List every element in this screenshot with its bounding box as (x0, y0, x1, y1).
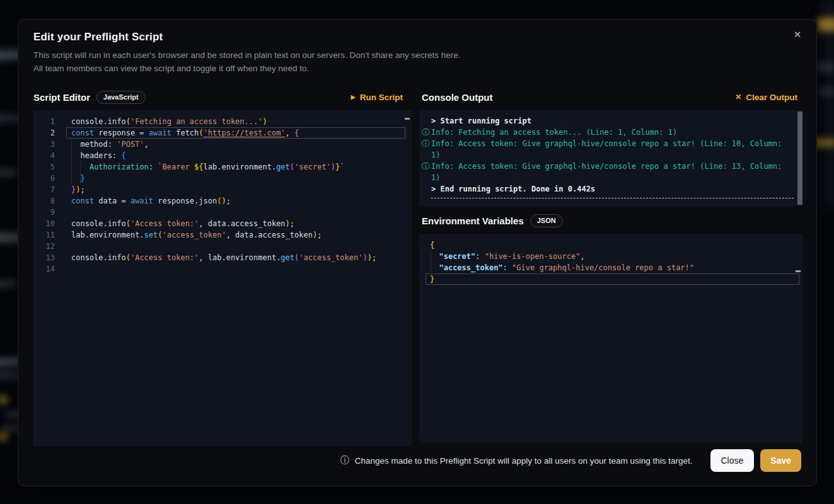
javascript-badge: JavaScript (96, 91, 146, 104)
line-number: 5 (33, 161, 55, 173)
save-button[interactable]: Save (760, 449, 801, 472)
environment-variables-heading: Environment Variables (422, 215, 524, 226)
console-line: 1) (419, 172, 802, 183)
overview-ruler-mark (796, 270, 801, 272)
modal-title: Edit your Preflight Script (33, 31, 163, 43)
line-number: 7 (33, 184, 55, 195)
code-line: 12 (33, 241, 412, 252)
current-line-highlight (426, 273, 799, 285)
footer-note: ⓘ Changes made to this Preflight Script … (340, 455, 693, 466)
code-line: 11lab.environment.set('access_token', da… (33, 229, 412, 241)
info-icon: ⓘ (340, 455, 349, 466)
modal-description: This script will run in each user's brow… (33, 49, 460, 75)
code-line: 5 Authorization: `Bearer ${lab.environme… (33, 161, 412, 173)
overview-ruler-mark (405, 118, 410, 120)
line-number: 9 (33, 207, 55, 218)
run-script-label: Run Script (360, 93, 403, 102)
console-scrollbar[interactable] (797, 112, 802, 205)
line-number: 11 (33, 229, 55, 241)
code-line: 8const data = await response.json(); (33, 195, 412, 207)
clear-output-button[interactable]: ✕ Clear Output (735, 93, 797, 102)
code-line: 4 headers: { (33, 150, 412, 161)
code-line: 13console.info('Access token:', lab.envi… (33, 252, 412, 263)
script-editor-heading: Script Editor (33, 92, 90, 103)
current-line-highlight (66, 127, 405, 139)
json-badge: JSON (530, 214, 563, 227)
script-editor[interactable]: 1console.info('Fetching an access token.… (33, 110, 412, 446)
play-icon: ▶ (351, 94, 356, 100)
code-line: 10console.info('Access token:', data.acc… (33, 218, 412, 229)
backdrop-blur-shape (818, 18, 834, 32)
description-line-2: All team members can view the script and… (33, 62, 460, 75)
console-line: ⓘInfo: Access token: Give graphql-hive/c… (419, 161, 802, 172)
info-icon: ⓘ (422, 161, 430, 172)
console-output[interactable]: > Start running scriptⓘInfo: Fetching an… (419, 110, 802, 207)
env-line: { (419, 239, 802, 251)
output-section: Console Output ✕ Clear Output > Start ru… (419, 89, 802, 443)
console-line: ⓘInfo: Fetching an access token... (Line… (419, 127, 802, 138)
console-line: > Start running script (419, 115, 802, 127)
environment-variables-editor[interactable]: { "secret": "hive-is-open-source", "acce… (419, 234, 802, 443)
env-line: "access_token": "Give graphql-hive/conso… (419, 262, 802, 273)
code-line: 14 (33, 263, 412, 275)
code-line: 1console.info('Fetching an access token.… (33, 116, 412, 127)
script-editor-section: Script Editor JavaScript ▶ Run Script 1c… (33, 89, 412, 446)
code-line: 3 method: 'POST', (33, 139, 412, 150)
info-icon: ⓘ (422, 138, 430, 149)
line-number: 8 (33, 195, 55, 207)
backdrop-blur-shape (0, 432, 8, 440)
env-line: "secret": "hive-is-open-source", (419, 251, 802, 262)
code-line: 2const response = await fetch('https://t… (33, 127, 412, 139)
backdrop-blur-shape (0, 169, 17, 176)
console-separator (431, 198, 794, 198)
info-icon: ⓘ (422, 127, 430, 138)
line-number: 1 (33, 116, 55, 127)
console-line: 1) (419, 149, 802, 161)
line-number: 14 (33, 263, 55, 275)
line-number: 4 (33, 150, 55, 161)
clear-output-label: Clear Output (746, 93, 797, 102)
backdrop-blur-shape (0, 280, 16, 287)
line-number: 3 (33, 139, 55, 150)
line-number: 13 (33, 252, 55, 263)
line-number: 10 (33, 218, 55, 229)
run-script-button[interactable]: ▶ Run Script (351, 93, 403, 102)
preflight-script-modal: ✕ Edit your Preflight Script This script… (18, 19, 817, 486)
backdrop-blur-shape (818, 88, 834, 95)
env-line: } (419, 273, 802, 285)
line-number: 12 (33, 241, 55, 252)
line-number: 6 (33, 173, 55, 184)
code-line: 9 (33, 207, 412, 218)
console-line: > End running script. Done in 0.442s (419, 183, 802, 195)
console-output-heading: Console Output (422, 92, 493, 103)
modal-footer: ⓘ Changes made to this Preflight Script … (33, 449, 801, 472)
close-button[interactable]: Close (710, 449, 755, 472)
code-line: 7}); (33, 184, 412, 195)
close-icon[interactable]: ✕ (790, 27, 805, 42)
description-line-1: This script will run in each user's brow… (33, 49, 460, 62)
clear-icon: ✕ (735, 93, 741, 101)
console-line: ⓘInfo: Access token: Give graphql-hive/c… (419, 138, 802, 149)
line-number: 2 (33, 127, 55, 139)
backdrop-blur-shape (0, 396, 8, 404)
footer-note-text: Changes made to this Preflight Script wi… (355, 456, 693, 466)
backdrop-blur-shape (815, 63, 834, 71)
code-line: 6 } (33, 173, 412, 184)
